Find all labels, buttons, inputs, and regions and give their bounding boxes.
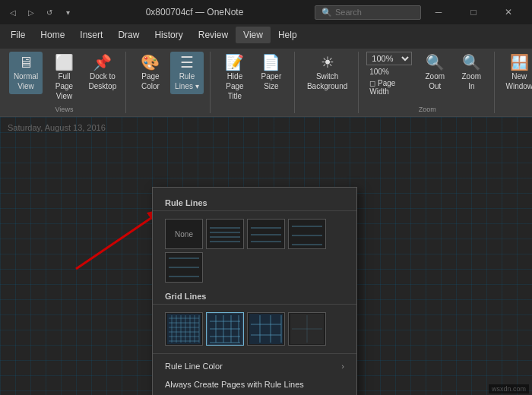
svg-rect-4 — [208, 220, 242, 248]
rule-lines-label: RuleLines ▾ — [175, 71, 199, 91]
menu-draw[interactable]: Draw — [110, 27, 147, 43]
search-input[interactable] — [335, 8, 414, 17]
views-group-label: Views — [9, 106, 119, 113]
ribbon-content: 🖥 NormalView ⬜ Full PageView 📌 Dock toDe… — [0, 49, 532, 116]
hide-title-icon: 📝 — [225, 55, 244, 70]
grid-large[interactable] — [247, 312, 285, 346]
zoom-100-option[interactable]: 100% — [366, 67, 412, 77]
paper-size-label: PaperSize — [261, 71, 282, 91]
always-create-label: Always Create Pages with Rule Lines — [165, 380, 304, 389]
rule-line-extra-wide[interactable] — [165, 252, 203, 283]
large-grid-svg — [249, 314, 283, 344]
rule-lines-options: None — [153, 214, 356, 287]
svg-rect-13 — [290, 220, 324, 248]
dock-to-desktop-button[interactable]: 📌 Dock toDesktop — [86, 52, 119, 94]
rule-line-wide[interactable] — [288, 219, 326, 249]
ribbon-group-lines: 🎨 PageColor ☰ RuleLines ▾ — [131, 52, 211, 113]
extra-large-grid-svg — [290, 314, 324, 344]
menu-history[interactable]: History — [147, 27, 190, 43]
title-bar: ◁ ▷ ↺ ▾ 0x800704cf — OneNote 🔍 ─ □ ✕ — [0, 0, 532, 24]
more-button[interactable]: ▾ — [61, 5, 74, 19]
menu-insert[interactable]: Insert — [72, 27, 110, 43]
windows-buttons: 🪟 NewWindow 🪟 New Do...Wind... — [502, 52, 532, 112]
zoom-out-label: ZoomOut — [426, 71, 445, 91]
rule-lines-button[interactable]: ☰ RuleLines ▾ — [170, 52, 204, 94]
views-buttons: 🖥 NormalView ⬜ Full PageView 📌 Dock toDe… — [9, 52, 119, 104]
zoom-buttons: 100% 75% 150% 100% ◻ Page Width 🔍 ZoomOu… — [366, 52, 488, 104]
search-icon: 🔍 — [321, 8, 332, 17]
grid-lines-options — [153, 308, 356, 350]
wide-lines-svg — [290, 220, 324, 248]
switch-bg-icon: ☀ — [321, 55, 334, 70]
hide-page-title-button[interactable]: 📝 HidePage Title — [218, 52, 252, 104]
close-button[interactable]: ✕ — [491, 0, 526, 24]
normal-view-icon: 🖥 — [18, 55, 33, 70]
medium-lines-svg — [249, 220, 283, 248]
rule-line-color-item[interactable]: Rule Line Color › — [153, 357, 356, 375]
full-page-label: Full PageView — [50, 71, 78, 101]
switch-background-button[interactable]: ☀ SwitchBackground — [302, 52, 352, 94]
background-buttons: ☀ SwitchBackground — [302, 52, 352, 112]
ribbon-group-paper: 📝 HidePage Title 📄 PaperSize — [215, 52, 295, 113]
medium-grid-svg — [208, 314, 242, 344]
rule-line-none[interactable]: None — [165, 219, 203, 249]
ribbon-group-zoom: 100% 75% 150% 100% ◻ Page Width 🔍 ZoomOu… — [363, 52, 495, 113]
grid-medium[interactable] — [206, 312, 244, 346]
lines-buttons: 🎨 PageColor ☰ RuleLines ▾ — [134, 52, 204, 112]
rule-lines-section-title: Rule Lines — [153, 194, 356, 211]
zoom-out-button[interactable]: 🔍 ZoomOut — [418, 52, 451, 94]
zoom-select[interactable]: 100% 75% 150% — [366, 52, 412, 65]
zoom-page-width-option[interactable]: ◻ Page Width — [366, 78, 412, 96]
menu-bar: File Home Insert Draw History Review Vie… — [0, 24, 532, 46]
new-window-label: NewWindow — [506, 71, 532, 91]
forward-button[interactable]: ▷ — [24, 5, 38, 19]
ribbon-group-views: 🖥 NormalView ⬜ Full PageView 📌 Dock toDe… — [6, 52, 126, 113]
menu-review[interactable]: Review — [191, 27, 236, 43]
main-content: Saturday, August 13, 2016 Rule Lines — [0, 117, 532, 395]
chevron-right-icon: › — [341, 362, 344, 371]
page-color-label: PageColor — [141, 71, 160, 91]
paper-size-button[interactable]: 📄 PaperSize — [255, 52, 288, 94]
small-grid-svg — [167, 314, 201, 344]
grid-extra-large[interactable] — [288, 312, 326, 346]
maximize-button[interactable]: □ — [456, 0, 491, 24]
date-label: Saturday, August 13, 2016 — [8, 123, 106, 132]
dock-icon: 📌 — [93, 55, 112, 70]
dock-label: Dock toDesktop — [89, 71, 117, 91]
always-create-item[interactable]: Always Create Pages with Rule Lines — [153, 375, 356, 393]
menu-home[interactable]: Home — [33, 27, 72, 43]
page-color-button[interactable]: 🎨 PageColor — [134, 52, 167, 94]
undo-button[interactable]: ↺ — [43, 5, 56, 19]
window-controls-right: ─ □ ✕ — [421, 0, 526, 24]
watermark: wsxdn.com — [489, 384, 529, 393]
page-color-icon: 🎨 — [141, 55, 160, 70]
hide-title-label: HidePage Title — [223, 71, 247, 101]
title-text: 0x800704cf — OneNote — [74, 7, 315, 17]
grid-small[interactable] — [165, 312, 203, 346]
window-title: 0x800704cf — OneNote — [146, 7, 244, 17]
rule-line-medium[interactable] — [247, 219, 285, 249]
full-page-icon: ⬜ — [55, 55, 74, 70]
new-window-button[interactable]: 🪟 NewWindow — [502, 52, 532, 94]
back-button[interactable]: ◁ — [6, 5, 20, 19]
zoom-in-button[interactable]: 🔍 ZoomIn — [454, 52, 488, 94]
menu-view[interactable]: View — [236, 27, 271, 43]
normal-view-label: NormalView — [14, 71, 38, 91]
rule-lines-icon: ☰ — [180, 55, 194, 70]
rule-lines-dropdown: Rule Lines None — [152, 187, 357, 395]
svg-rect-44 — [249, 314, 283, 344]
paper-size-icon: 📄 — [261, 55, 280, 70]
search-box[interactable]: 🔍 — [315, 5, 421, 20]
ribbon-group-windows: 🪟 NewWindow 🪟 New Do...Wind... — [499, 52, 532, 113]
zoom-out-icon: 🔍 — [426, 55, 445, 70]
normal-view-button[interactable]: 🖥 NormalView — [9, 52, 43, 94]
menu-help[interactable]: Help — [271, 27, 305, 43]
rule-line-narrow[interactable] — [206, 219, 244, 249]
zoom-in-icon: 🔍 — [462, 55, 481, 70]
rule-line-color-label: Rule Line Color — [165, 362, 223, 371]
menu-file[interactable]: File — [3, 27, 33, 43]
ribbon: 🖥 NormalView ⬜ Full PageView 📌 Dock toDe… — [0, 46, 532, 117]
dropdown-separator — [153, 353, 356, 354]
full-page-view-button[interactable]: ⬜ Full PageView — [46, 52, 83, 104]
minimize-button[interactable]: ─ — [421, 0, 456, 24]
